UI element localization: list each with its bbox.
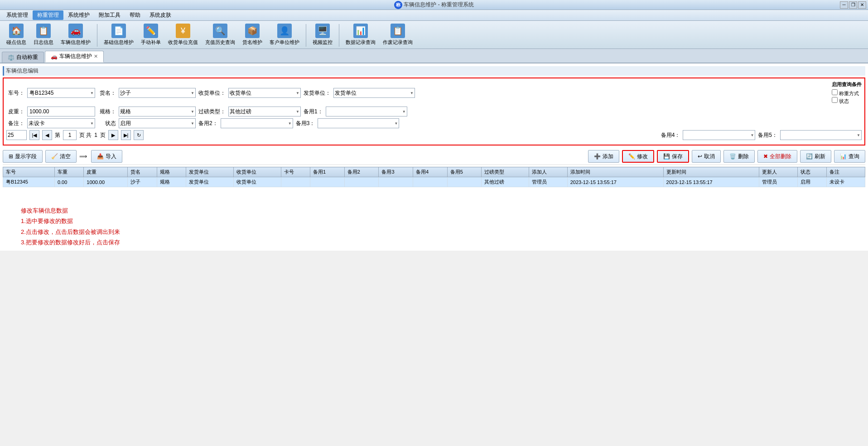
cell-car-weight: 0.00 — [54, 177, 83, 187]
tool-video[interactable]: 🖥️ 视频监控 — [310, 23, 335, 47]
spare2-wrapper[interactable] — [221, 118, 293, 128]
tool-customer[interactable]: 👤 客户单位维护 — [267, 23, 302, 47]
tool-manual[interactable]: ✏️ 手动补单 — [138, 23, 164, 47]
send-unit-wrapper[interactable]: 发货单位 — [333, 88, 415, 98]
menu-item-help[interactable]: 帮助 — [125, 10, 145, 20]
tool-customer-label: 客户单位维护 — [270, 39, 299, 46]
menu-item-maintenance[interactable]: 系统维护 — [63, 10, 94, 20]
cell-goods: 沙子 — [128, 177, 157, 187]
spare3-select[interactable] — [318, 118, 399, 128]
delete-all-btn[interactable]: ✖ 全部删除 — [757, 150, 797, 163]
receive-unit-wrapper[interactable]: 收货单位 — [228, 88, 301, 98]
spare5-wrapper[interactable] — [780, 130, 862, 140]
menu-item-weighing[interactable]: 称重管理 — [33, 10, 63, 20]
display-fields-label: 显示字段 — [15, 153, 37, 160]
tool-void-query[interactable]: 📋 作废记录查询 — [380, 23, 415, 47]
tare-input[interactable] — [27, 107, 95, 116]
spare1-wrapper[interactable] — [326, 107, 407, 116]
restore-button[interactable]: ❐ — [849, 1, 857, 9]
clear-icon: 🧹 — [51, 153, 58, 160]
receive-unit-select[interactable]: 收货单位 — [228, 88, 301, 98]
spare1-select[interactable] — [326, 107, 407, 116]
checkbox-status[interactable] — [832, 97, 838, 103]
vehicle-no-input[interactable] — [27, 88, 95, 98]
goods-label: 货名： — [98, 89, 116, 97]
status-opt-label: 状态 — [839, 98, 849, 104]
status-wrapper[interactable]: 启用 — [119, 118, 196, 128]
tool-home[interactable]: 🏠 碰点信息 — [4, 23, 29, 47]
menu-item-tools[interactable]: 附加工具 — [94, 10, 125, 20]
col-pass-type: 过磅类型 — [482, 167, 529, 177]
pass-type-label: 过磅类型： — [198, 108, 226, 116]
option-status[interactable]: 状态 — [832, 97, 862, 105]
goods-select[interactable]: 沙子 — [119, 88, 196, 98]
vehicle-icon: 🚗 — [68, 24, 83, 38]
query-btn[interactable]: 📊 查询 — [834, 150, 865, 163]
delete-btn[interactable]: 🗑️ 删除 — [723, 150, 755, 163]
menu-item-system[interactable]: 系统管理 — [2, 10, 33, 20]
option-weigh-method[interactable]: 称重方式 — [832, 89, 862, 97]
total-pages: 1 — [94, 132, 97, 138]
tool-data-query[interactable]: 📊 数据记录查询 — [343, 23, 378, 47]
save-btn[interactable]: 💾 保存 — [657, 150, 689, 163]
tool-goods[interactable]: 📦 货名维护 — [240, 23, 265, 47]
status-select[interactable]: 启用 — [119, 118, 196, 128]
spare2-select[interactable] — [221, 118, 293, 128]
cell-receive-unit: 收货单位 — [233, 177, 281, 187]
refresh-page-btn[interactable]: ↻ — [134, 130, 144, 140]
last-page-btn[interactable]: ▶| — [121, 130, 131, 140]
recharge-icon: ¥ — [176, 24, 190, 38]
current-page-input[interactable] — [63, 130, 77, 140]
spare5-select[interactable] — [780, 130, 862, 140]
video-icon: 🖥️ — [315, 24, 330, 38]
tool-basic-info[interactable]: 📄 基础信息维护 — [101, 23, 136, 47]
add-btn[interactable]: ➕ 添加 — [588, 150, 619, 163]
grid-icon: ⊞ — [9, 153, 13, 160]
goods-wrapper[interactable]: 沙子 — [119, 88, 196, 98]
section-title: 车辆信息编辑 — [3, 66, 865, 76]
tool-basic-info-label: 基础信息维护 — [104, 39, 134, 46]
tool-goods-label: 货名维护 — [242, 39, 262, 46]
col-goods: 货名 — [128, 167, 157, 177]
prev-page-btn[interactable]: ◀ — [42, 130, 52, 140]
separator-2 — [306, 24, 306, 47]
display-fields-btn[interactable]: ⊞ 显示字段 — [3, 150, 43, 163]
next-page-btn[interactable]: ▶ — [108, 130, 118, 140]
tab-vehicle-info[interactable]: 🚗 车辆信息维护 ✕ — [45, 51, 104, 63]
pass-type-select[interactable]: 其他过磅 — [228, 107, 301, 116]
col-spare5: 备用5 — [447, 167, 482, 177]
tool-recharge[interactable]: ¥ 收货单位充值 — [165, 23, 201, 47]
tool-vehicle-label: 车辆信息维护 — [61, 39, 91, 46]
close-button[interactable]: ✕ — [858, 1, 866, 9]
cell-update-person: 管理员 — [759, 177, 798, 187]
spare4-select[interactable] — [683, 130, 755, 140]
table-row[interactable]: 粤B12345 0.00 1000.00 沙子 规格 发货单位 收货单位 其他过… — [3, 177, 865, 187]
send-unit-select[interactable]: 发货单位 — [333, 88, 415, 98]
remark-wrapper[interactable]: 未设卡 — [27, 118, 95, 128]
tool-vehicle[interactable]: 🚗 车辆信息维护 — [58, 23, 93, 47]
tool-log[interactable]: 📋 日志信息 — [31, 23, 56, 47]
tab-close-icon[interactable]: ✕ — [94, 53, 98, 59]
pass-type-wrapper[interactable]: 其他过磅 — [228, 107, 301, 116]
remark-select[interactable]: 未设卡 — [27, 118, 95, 128]
menu-item-skin[interactable]: 系统皮肤 — [145, 10, 176, 20]
spare1-label: 备用1： — [304, 108, 323, 116]
home-icon: 🏠 — [9, 24, 24, 38]
spec-wrapper[interactable]: 规格 — [119, 107, 196, 116]
page-size-select[interactable]: 25 — [6, 130, 27, 140]
refresh-btn[interactable]: 🔄 刷新 — [800, 150, 831, 163]
tool-history[interactable]: 🔍 充值历史查询 — [203, 23, 238, 47]
refresh-icon: 🔄 — [806, 153, 813, 160]
spare3-wrapper[interactable] — [318, 118, 399, 128]
import-btn[interactable]: 📥 导入 — [91, 150, 122, 163]
tab-auto-weigh[interactable]: ⚖️ 自动称重 — [2, 52, 44, 63]
first-page-btn[interactable]: |◀ — [29, 130, 39, 140]
checkbox-weigh-method[interactable] — [832, 89, 838, 95]
spare4-wrapper[interactable] — [683, 130, 755, 140]
cancel-btn[interactable]: ↩ 取消 — [692, 150, 721, 163]
minimize-button[interactable]: ─ — [840, 1, 848, 9]
col-spare2: 备用2 — [344, 167, 379, 177]
clear-btn[interactable]: 🧹 清空 — [45, 150, 77, 163]
edit-btn[interactable]: ✏️ 修改 — [622, 150, 654, 163]
spec-select[interactable]: 规格 — [119, 107, 196, 116]
